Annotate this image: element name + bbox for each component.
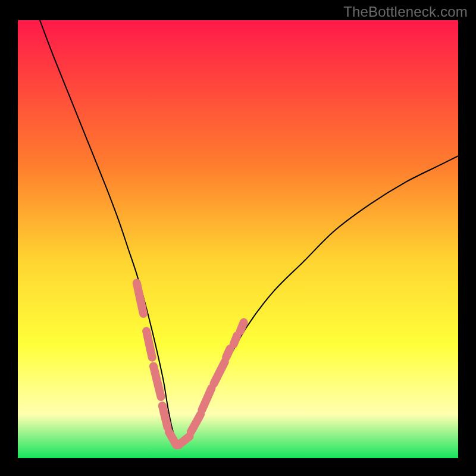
highlight-segment <box>234 336 237 345</box>
gradient-background <box>18 20 458 458</box>
highlight-segment <box>146 331 152 358</box>
bottleneck-chart <box>18 20 458 458</box>
chart-frame: TheBottleneck.com <box>0 0 476 476</box>
watermark-text: TheBottleneck.com <box>343 4 468 20</box>
highlight-segment <box>226 349 230 358</box>
plot-area <box>18 20 458 458</box>
highlight-segment <box>162 406 168 428</box>
highlight-segment <box>240 322 244 331</box>
